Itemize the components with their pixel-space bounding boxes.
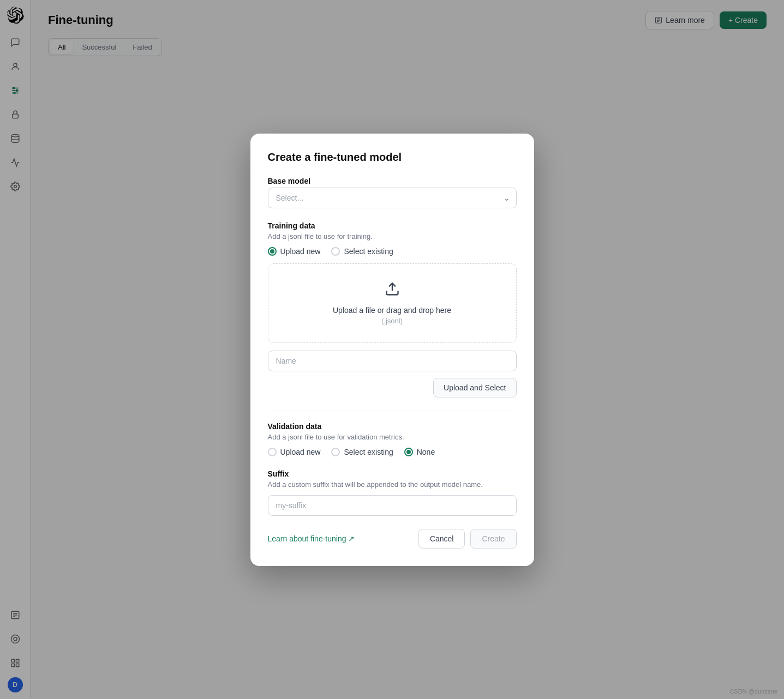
modal-footer: Learn about fine-tuning ↗ Cancel Create xyxy=(268,529,517,549)
validation-data-section: Validation data Add a jsonl file to use … xyxy=(268,422,517,456)
training-upload-new[interactable]: Upload new xyxy=(268,247,321,256)
suffix-label: Suffix xyxy=(268,469,517,478)
upload-select-row: Upload and Select xyxy=(268,378,517,397)
validation-select-existing[interactable]: Select existing xyxy=(331,448,393,456)
cancel-button[interactable]: Cancel xyxy=(418,529,465,549)
validation-data-desc: Add a jsonl file to use for validation m… xyxy=(268,433,517,441)
upload-select-button[interactable]: Upload and Select xyxy=(433,378,516,397)
training-data-section: Training data Add a jsonl file to use fo… xyxy=(268,221,517,397)
validation-upload-new-radio[interactable] xyxy=(268,448,277,456)
modal-overlay: Create a fine-tuned model Base model Sel… xyxy=(0,0,784,699)
upload-icon xyxy=(279,281,505,300)
training-drop-zone[interactable]: Upload a file or drag and drop here (.js… xyxy=(268,263,517,343)
base-model-select-wrapper: Select... ⌄ xyxy=(268,188,517,208)
validation-upload-new-label: Upload new xyxy=(280,448,321,456)
learn-about-finetuning-link[interactable]: Learn about fine-tuning ↗ xyxy=(268,534,355,543)
training-select-existing[interactable]: Select existing xyxy=(331,247,393,256)
validation-select-existing-label: Select existing xyxy=(344,448,393,456)
validation-none-radio[interactable] xyxy=(404,448,413,456)
training-select-existing-label: Select existing xyxy=(344,247,393,256)
drop-zone-hint: (.jsonl) xyxy=(279,317,505,325)
suffix-desc: Add a custom suffix that will be appende… xyxy=(268,480,517,489)
training-data-desc: Add a jsonl file to use for training. xyxy=(268,232,517,240)
suffix-input[interactable] xyxy=(268,495,517,516)
base-model-select[interactable]: Select... xyxy=(268,188,517,208)
validation-none-label: None xyxy=(417,448,435,456)
training-upload-new-radio[interactable] xyxy=(268,247,277,256)
validation-data-label: Validation data xyxy=(268,422,517,431)
drop-zone-text: Upload a file or drag and drop here xyxy=(279,306,505,315)
footer-buttons: Cancel Create xyxy=(418,529,517,549)
validation-select-existing-radio[interactable] xyxy=(331,448,340,456)
modal: Create a fine-tuned model Base model Sel… xyxy=(250,134,534,566)
training-name-input[interactable] xyxy=(268,351,517,371)
training-select-existing-radio[interactable] xyxy=(331,247,340,256)
validation-radio-group: Upload new Select existing None xyxy=(268,448,517,456)
base-model-section: Base model Select... ⌄ xyxy=(268,177,517,208)
divider xyxy=(268,411,517,411)
training-upload-new-label: Upload new xyxy=(280,247,321,256)
suffix-section: Suffix Add a custom suffix that will be … xyxy=(268,469,517,516)
training-radio-group: Upload new Select existing xyxy=(268,247,517,256)
modal-create-button[interactable]: Create xyxy=(470,529,516,549)
validation-none[interactable]: None xyxy=(404,448,435,456)
modal-title: Create a fine-tuned model xyxy=(268,151,517,164)
training-data-label: Training data xyxy=(268,221,517,230)
base-model-label: Base model xyxy=(268,177,517,185)
validation-upload-new[interactable]: Upload new xyxy=(268,448,321,456)
